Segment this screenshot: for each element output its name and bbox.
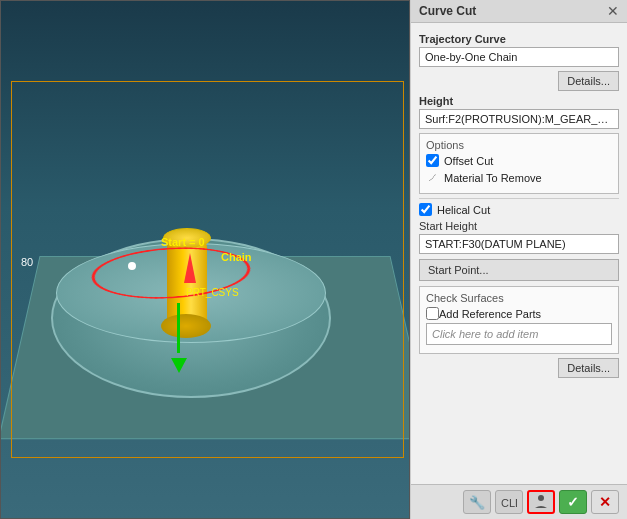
svg-text:🔧: 🔧 [469,494,485,510]
start-label: Start = 0 [161,236,205,248]
viewport-3d: Start = 0 Chain PRT_CSYS 80 [0,0,410,519]
tool-icon-2[interactable]: CLD [495,490,523,514]
cancel-icon: ✕ [599,494,611,510]
slash-icon: ⟋ [426,170,439,185]
panel-footer: 🔧 CLD ✓ ✕ [411,484,627,519]
add-ref-row: Add Reference Parts [426,307,612,320]
material-remove-row: ⟋ Material To Remove [426,170,612,185]
options-label: Options [426,139,612,151]
tool-icon-1[interactable]: 🔧 [463,490,491,514]
axis-arrow-green [177,303,180,353]
helical-cut-row: Helical Cut [419,203,619,216]
divider-1 [419,198,619,199]
cancel-button[interactable]: ✕ [591,490,619,514]
csys-label: PRT_CSYS [186,287,239,298]
details-button-1[interactable]: Details... [558,71,619,91]
dim-label: 80 [21,256,33,268]
start-point-dot [128,262,136,270]
close-button[interactable]: ✕ [607,4,619,18]
offset-cut-label: Offset Cut [444,155,493,167]
offset-cut-checkbox[interactable] [426,154,439,167]
person-icon [533,494,549,510]
accept-icon: ✓ [567,494,579,510]
start-point-button[interactable]: Start Point... [419,259,619,281]
offset-cut-row: Offset Cut [426,154,612,167]
chain-label: Chain [221,251,252,263]
check-surfaces-label: Check Surfaces [426,292,612,304]
wrench-icon: 🔧 [469,494,485,510]
helical-cut-label: Helical Cut [437,204,490,216]
direction-arrow-up [184,253,196,283]
height-value[interactable]: Surf:F2(PROTRUSION):M_GEAR_B_R( [419,109,619,129]
start-height-value[interactable]: START:F30(DATUM PLANE) [419,234,619,254]
trajectory-value[interactable]: One-by-One Chain [419,47,619,67]
height-label: Height [419,95,619,107]
panel-header: Curve Cut ✕ [411,0,627,23]
tool-icon-3[interactable] [527,490,555,514]
add-item-box[interactable]: Click here to add item [426,323,612,345]
panel-title: Curve Cut [419,4,476,18]
svg-text:CLD: CLD [501,497,517,509]
cylinder-bottom [161,314,211,338]
properties-panel: Curve Cut ✕ Trajectory Curve One-by-One … [410,0,627,519]
add-ref-label: Add Reference Parts [439,308,541,320]
details-button-2[interactable]: Details... [558,358,619,378]
material-remove-label: Material To Remove [444,172,542,184]
start-height-label: Start Height [419,220,619,232]
axis-arrow-head [171,358,187,373]
trajectory-label: Trajectory Curve [419,33,619,45]
helical-cut-checkbox[interactable] [419,203,432,216]
svg-point-2 [538,495,544,501]
cld-icon: CLD [501,494,517,510]
options-section: Options Offset Cut ⟋ Material To Remove [419,133,619,194]
add-ref-checkbox[interactable] [426,307,439,320]
accept-button[interactable]: ✓ [559,490,587,514]
check-surfaces-section: Check Surfaces Add Reference Parts Click… [419,286,619,354]
panel-content: Trajectory Curve One-by-One Chain Detail… [411,23,627,484]
